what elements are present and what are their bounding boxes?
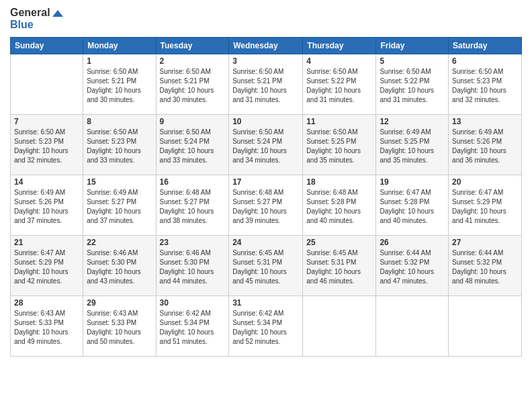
calendar-cell: 31Sunrise: 6:42 AMSunset: 5:34 PMDayligh… (229, 295, 303, 356)
day-number: 28 (14, 298, 79, 308)
day-info: Sunrise: 6:43 AMSunset: 5:33 PMDaylight:… (87, 309, 152, 347)
day-info: Sunrise: 6:47 AMSunset: 5:29 PMDaylight:… (452, 188, 518, 226)
day-info: Sunrise: 6:50 AMSunset: 5:24 PMDaylight:… (160, 128, 226, 165)
calendar-cell (11, 54, 83, 114)
header-saturday: Saturday (449, 37, 522, 54)
calendar-cell: 27Sunrise: 6:44 AMSunset: 5:32 PMDayligh… (449, 235, 522, 295)
calendar-cell: 28Sunrise: 6:43 AMSunset: 5:33 PMDayligh… (11, 295, 83, 356)
day-number: 2 (160, 56, 226, 66)
day-number: 13 (452, 117, 518, 126)
day-number: 26 (380, 238, 445, 247)
header-friday: Friday (376, 37, 449, 54)
calendar-cell (449, 295, 522, 356)
calendar-cell (376, 295, 449, 356)
day-info: Sunrise: 6:48 AMSunset: 5:27 PMDaylight:… (232, 188, 299, 226)
day-number: 17 (232, 177, 299, 187)
calendar-cell: 15Sunrise: 6:49 AMSunset: 5:27 PMDayligh… (83, 175, 156, 235)
day-info: Sunrise: 6:49 AMSunset: 5:26 PMDaylight:… (14, 188, 79, 226)
logo-general: General (10, 7, 63, 19)
header-tuesday: Tuesday (156, 37, 229, 54)
day-number: 15 (87, 177, 152, 187)
calendar-cell: 1Sunrise: 6:50 AMSunset: 5:21 PMDaylight… (83, 54, 156, 114)
calendar-cell: 8Sunrise: 6:50 AMSunset: 5:23 PMDaylight… (83, 114, 156, 175)
day-number: 18 (306, 177, 372, 187)
day-info: Sunrise: 6:49 AMSunset: 5:26 PMDaylight:… (452, 128, 518, 165)
day-number: 27 (452, 238, 518, 247)
calendar-cell: 11Sunrise: 6:50 AMSunset: 5:25 PMDayligh… (303, 114, 376, 175)
header-thursday: Thursday (303, 37, 376, 54)
calendar-cell: 24Sunrise: 6:45 AMSunset: 5:31 PMDayligh… (229, 235, 303, 295)
calendar-cell: 10Sunrise: 6:50 AMSunset: 5:24 PMDayligh… (229, 114, 303, 175)
day-info: Sunrise: 6:46 AMSunset: 5:30 PMDaylight:… (87, 248, 152, 286)
day-info: Sunrise: 6:50 AMSunset: 5:23 PMDaylight:… (87, 128, 152, 165)
day-info: Sunrise: 6:42 AMSunset: 5:34 PMDaylight:… (232, 309, 299, 347)
page: General Blue SundayMondayTuesdayWednesda… (0, 0, 532, 411)
day-info: Sunrise: 6:49 AMSunset: 5:25 PMDaylight:… (380, 128, 445, 165)
day-number: 14 (14, 177, 79, 187)
calendar-cell: 13Sunrise: 6:49 AMSunset: 5:26 PMDayligh… (449, 114, 522, 175)
day-number: 7 (14, 117, 79, 126)
logo-blue: Blue (10, 19, 63, 31)
header: General Blue (10, 7, 522, 32)
calendar-cell: 29Sunrise: 6:43 AMSunset: 5:33 PMDayligh… (83, 295, 156, 356)
calendar-cell: 23Sunrise: 6:46 AMSunset: 5:30 PMDayligh… (156, 235, 229, 295)
day-number: 25 (306, 238, 372, 247)
logo: General Blue (10, 7, 63, 32)
calendar-cell: 25Sunrise: 6:45 AMSunset: 5:31 PMDayligh… (303, 235, 376, 295)
calendar-cell: 12Sunrise: 6:49 AMSunset: 5:25 PMDayligh… (376, 114, 449, 175)
day-number: 8 (87, 117, 152, 126)
day-info: Sunrise: 6:50 AMSunset: 5:21 PMDaylight:… (87, 67, 152, 105)
day-info: Sunrise: 6:48 AMSunset: 5:28 PMDaylight:… (306, 188, 372, 226)
calendar-cell: 5Sunrise: 6:50 AMSunset: 5:22 PMDaylight… (376, 54, 449, 114)
calendar-cell (303, 295, 376, 356)
day-info: Sunrise: 6:46 AMSunset: 5:30 PMDaylight:… (160, 248, 226, 286)
day-info: Sunrise: 6:50 AMSunset: 5:24 PMDaylight:… (232, 128, 299, 165)
day-number: 10 (232, 117, 299, 126)
day-number: 9 (160, 117, 226, 126)
day-info: Sunrise: 6:50 AMSunset: 5:22 PMDaylight:… (380, 67, 445, 105)
calendar: SundayMondayTuesdayWednesdayThursdayFrid… (10, 37, 522, 357)
calendar-cell: 17Sunrise: 6:48 AMSunset: 5:27 PMDayligh… (229, 175, 303, 235)
day-number: 3 (232, 56, 299, 66)
logo-container: General Blue (10, 7, 63, 32)
calendar-cell: 7Sunrise: 6:50 AMSunset: 5:23 PMDaylight… (11, 114, 83, 175)
calendar-cell: 20Sunrise: 6:47 AMSunset: 5:29 PMDayligh… (449, 175, 522, 235)
header-wednesday: Wednesday (229, 37, 303, 54)
day-number: 30 (160, 298, 226, 308)
day-info: Sunrise: 6:47 AMSunset: 5:28 PMDaylight:… (380, 188, 445, 226)
day-number: 29 (87, 298, 152, 308)
calendar-cell: 16Sunrise: 6:48 AMSunset: 5:27 PMDayligh… (156, 175, 229, 235)
day-info: Sunrise: 6:45 AMSunset: 5:31 PMDaylight:… (306, 248, 372, 286)
day-info: Sunrise: 6:42 AMSunset: 5:34 PMDaylight:… (160, 309, 226, 347)
day-number: 12 (380, 117, 445, 126)
day-number: 5 (380, 56, 445, 66)
calendar-cell: 2Sunrise: 6:50 AMSunset: 5:21 PMDaylight… (156, 54, 229, 114)
day-info: Sunrise: 6:50 AMSunset: 5:22 PMDaylight:… (306, 67, 372, 105)
day-number: 31 (232, 298, 299, 308)
day-info: Sunrise: 6:48 AMSunset: 5:27 PMDaylight:… (160, 188, 226, 226)
day-number: 24 (232, 238, 299, 247)
day-number: 1 (87, 56, 152, 66)
day-info: Sunrise: 6:43 AMSunset: 5:33 PMDaylight:… (14, 309, 79, 347)
calendar-cell: 4Sunrise: 6:50 AMSunset: 5:22 PMDaylight… (303, 54, 376, 114)
calendar-cell: 19Sunrise: 6:47 AMSunset: 5:28 PMDayligh… (376, 175, 449, 235)
day-info: Sunrise: 6:50 AMSunset: 5:23 PMDaylight:… (452, 67, 518, 105)
day-info: Sunrise: 6:50 AMSunset: 5:21 PMDaylight:… (232, 67, 299, 105)
calendar-cell: 3Sunrise: 6:50 AMSunset: 5:21 PMDaylight… (229, 54, 303, 114)
day-number: 20 (452, 177, 518, 187)
day-number: 19 (380, 177, 445, 187)
day-info: Sunrise: 6:49 AMSunset: 5:27 PMDaylight:… (87, 188, 152, 226)
calendar-cell: 9Sunrise: 6:50 AMSunset: 5:24 PMDaylight… (156, 114, 229, 175)
header-monday: Monday (83, 37, 156, 54)
calendar-cell: 18Sunrise: 6:48 AMSunset: 5:28 PMDayligh… (303, 175, 376, 235)
calendar-cell: 6Sunrise: 6:50 AMSunset: 5:23 PMDaylight… (449, 54, 522, 114)
day-number: 23 (160, 238, 226, 247)
logo-text: General Blue (10, 7, 63, 32)
calendar-cell: 14Sunrise: 6:49 AMSunset: 5:26 PMDayligh… (11, 175, 83, 235)
day-info: Sunrise: 6:44 AMSunset: 5:32 PMDaylight:… (380, 248, 445, 286)
day-number: 16 (160, 177, 226, 187)
day-info: Sunrise: 6:50 AMSunset: 5:21 PMDaylight:… (160, 67, 226, 105)
day-number: 11 (306, 117, 372, 126)
calendar-cell: 21Sunrise: 6:47 AMSunset: 5:29 PMDayligh… (11, 235, 83, 295)
calendar-cell: 26Sunrise: 6:44 AMSunset: 5:32 PMDayligh… (376, 235, 449, 295)
